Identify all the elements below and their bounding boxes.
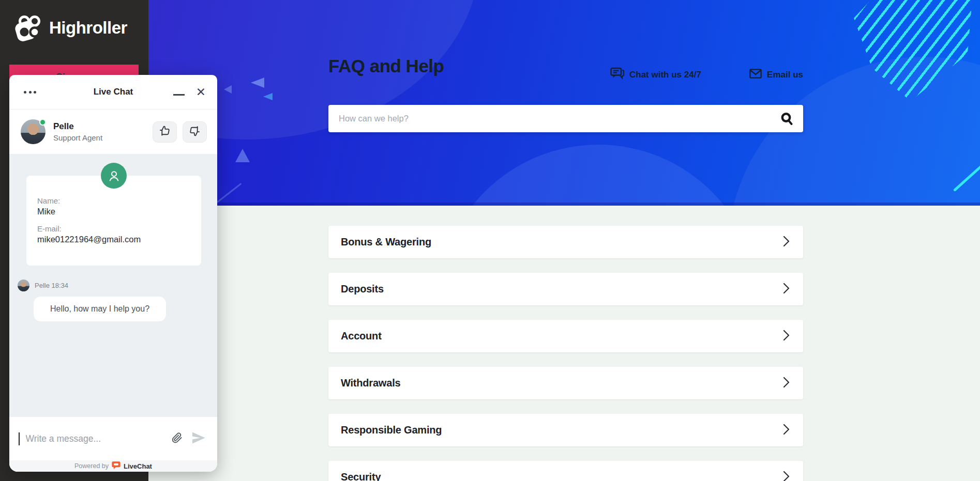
dice-logo-icon xyxy=(14,12,42,43)
envelope-icon xyxy=(749,69,762,81)
visitor-name-value: Mike xyxy=(37,207,191,216)
thumbs-up-button[interactable] xyxy=(153,121,177,143)
faq-item-security[interactable]: Security xyxy=(328,461,803,481)
chat-rating-buttons xyxy=(153,121,207,143)
online-status-dot xyxy=(39,119,46,126)
chat-with-us-link[interactable]: Chat with us 24/7 xyxy=(610,67,701,82)
send-message-button[interactable] xyxy=(190,431,207,446)
chat-agent-row: Pelle Support Agent xyxy=(9,110,217,154)
close-icon[interactable]: ✕ xyxy=(196,86,206,98)
chevron-right-icon xyxy=(783,330,790,343)
chat-with-us-label: Chat with us 24/7 xyxy=(629,70,701,80)
chevron-right-icon xyxy=(783,424,790,437)
help-search-input[interactable] xyxy=(339,114,780,123)
chat-title: Live Chat xyxy=(94,87,133,97)
agent-info: Pelle Support Agent xyxy=(53,121,102,142)
faq-item-withdrawals[interactable]: Withdrawals xyxy=(328,367,803,399)
thumbs-up-icon xyxy=(158,125,171,139)
agent-name: Pelle xyxy=(53,121,102,132)
dots-menu-icon[interactable] xyxy=(23,88,37,97)
chevron-right-icon xyxy=(783,236,790,249)
chat-bubble-icon xyxy=(610,67,624,82)
visitor-email-value: mike01221964@gmail.com xyxy=(37,235,191,244)
hero-decor-blob xyxy=(438,145,759,206)
hero-contact-links: Chat with us 24/7 Email us xyxy=(610,67,803,82)
message-author-time: Pelle 18:34 xyxy=(35,282,68,289)
chevron-right-icon xyxy=(783,471,790,481)
faq-item-responsible-gaming[interactable]: Responsible Gaming xyxy=(328,414,803,446)
visitor-name-label: Name: xyxy=(37,196,191,205)
hero-triangle-decor xyxy=(224,85,232,94)
hero-triangle-decor xyxy=(251,77,264,88)
agent-avatar-small xyxy=(18,280,29,291)
livechat-brand-label[interactable]: LiveChat xyxy=(124,462,152,470)
agent-message-bubble: Hello, how may I help you? xyxy=(34,297,166,321)
faq-item-account[interactable]: Account xyxy=(328,320,803,352)
chat-input-area xyxy=(9,417,217,460)
email-us-label: Email us xyxy=(767,70,803,80)
send-icon xyxy=(191,432,206,445)
text-caret xyxy=(19,432,20,445)
faq-item-label: Deposits xyxy=(341,283,384,295)
visitor-email-label: E-mail: xyxy=(37,224,191,233)
chevron-right-icon xyxy=(783,283,790,296)
faq-item-label: Account xyxy=(341,330,382,342)
chevron-right-icon xyxy=(783,377,790,390)
livechat-logo-icon xyxy=(112,461,120,472)
hero-triangle-decor xyxy=(263,93,273,100)
brand-name: Highroller xyxy=(49,18,127,38)
hero-triangle-decor xyxy=(235,149,250,162)
hero-line-decor xyxy=(216,183,242,203)
person-icon xyxy=(101,163,127,189)
chat-window-controls: ✕ xyxy=(173,86,206,98)
help-search-bar xyxy=(328,105,803,132)
agent-avatar xyxy=(21,119,46,144)
paperclip-icon xyxy=(171,431,183,446)
faq-item-label: Responsible Gaming xyxy=(341,424,442,436)
faq-category-list: Bonus & Wagering Deposits Account Withdr… xyxy=(328,226,803,481)
thumbs-down-button[interactable] xyxy=(183,121,207,143)
page-title: FAQ and Help xyxy=(328,56,444,76)
visitor-details-card: Name: Mike E-mail: mike01221964@gmail.co… xyxy=(26,176,201,266)
chat-message-input[interactable] xyxy=(26,433,164,444)
chat-footer: Powered by LiveChat xyxy=(9,460,217,472)
chat-message-area: Name: Mike E-mail: mike01221964@gmail.co… xyxy=(9,154,217,417)
faq-item-deposits[interactable]: Deposits xyxy=(328,273,803,305)
brand-logo[interactable]: Highroller xyxy=(0,0,148,43)
powered-by-label: Powered by xyxy=(74,462,109,470)
faq-item-label: Bonus & Wagering xyxy=(341,236,431,248)
faq-hero-banner: FAQ and Help Chat with us 24/7 xyxy=(148,0,980,206)
message-meta: Pelle 18:34 xyxy=(18,280,68,291)
email-us-link[interactable]: Email us xyxy=(749,67,803,82)
faq-item-label: Security xyxy=(341,471,381,481)
live-chat-widget: Live Chat ✕ Pelle Support Agent xyxy=(9,75,217,472)
magnifier-icon[interactable] xyxy=(780,112,794,126)
faq-item-label: Withdrawals xyxy=(341,377,400,389)
chat-header: Live Chat ✕ xyxy=(9,75,217,110)
agent-role: Support Agent xyxy=(53,133,102,142)
attach-file-button[interactable] xyxy=(170,430,184,447)
thumbs-down-icon xyxy=(188,125,201,139)
minimize-icon[interactable] xyxy=(173,94,185,96)
faq-item-bonus-wagering[interactable]: Bonus & Wagering xyxy=(328,226,803,258)
